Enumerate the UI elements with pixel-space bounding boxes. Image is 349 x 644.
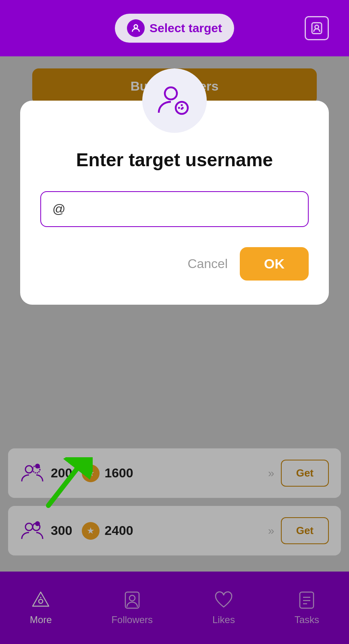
modal-circle: [142, 68, 207, 133]
at-symbol: @: [52, 202, 65, 217]
badge-icon: [305, 16, 329, 40]
modal-title: Enter target username: [40, 149, 309, 171]
modal-buttons: Cancel OK: [40, 247, 309, 281]
main-content: Buy Followers Enter target username @ Ca…: [0, 56, 349, 644]
ok-button[interactable]: OK: [240, 247, 309, 281]
modal-dialog: Enter target username @ Cancel OK: [20, 101, 329, 305]
select-target-label: Select target: [150, 21, 222, 35]
header: Select target: [0, 0, 349, 56]
cancel-button[interactable]: Cancel: [187, 256, 228, 271]
svg-point-0: [134, 25, 138, 28]
select-target-button[interactable]: Select target: [115, 14, 234, 43]
green-arrow: [40, 457, 93, 511]
username-input-wrapper[interactable]: @: [40, 191, 309, 227]
person-icon: [127, 19, 145, 37]
svg-point-3: [165, 87, 177, 99]
svg-line-6: [48, 469, 77, 506]
modal-icon-container: [40, 68, 309, 133]
username-input[interactable]: [71, 203, 297, 216]
